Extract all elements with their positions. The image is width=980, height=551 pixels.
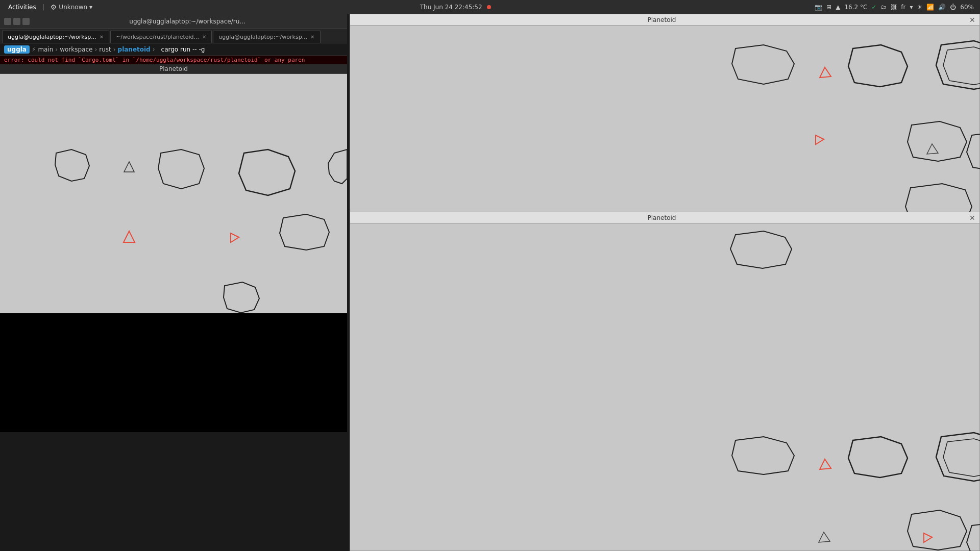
ast2-5 (908, 510, 967, 550)
tab-1-close[interactable]: ✕ (100, 34, 104, 40)
asteroid-t6 (224, 282, 259, 313)
ast1-1 (732, 45, 794, 84)
terminal-game-area (0, 74, 347, 313)
ship2-3 (924, 533, 932, 542)
datetime-label: Thu Jun 24 22:45:52 (420, 4, 482, 11)
ship2-2 (819, 532, 830, 542)
terminal-tab-3[interactable]: uggla@ugglalaptop:~/worksp... ✕ (213, 31, 320, 43)
breadcrumb-user: uggla (4, 45, 30, 54)
planetoid-title-2: Planetoid (354, 214, 969, 221)
tab-3-close[interactable]: ✕ (310, 34, 314, 40)
tab-1-label: uggla@ugglalaptop:~/worksp... (8, 34, 96, 40)
asteroid-t3 (239, 149, 295, 195)
terminal-breadcrumb: uggla ⚡ main › workspace › rust › planet… (0, 43, 347, 56)
terminal-game-svg (0, 74, 347, 313)
terminal-tabs: uggla@ugglalaptop:~/worksp... ✕ ~/worksp… (0, 29, 347, 43)
system-bar-right: 📷 ⊞ ▲ 16.2 °C ✓ 🗂 🖼 fr ▾ ☀ 📶 🔊 ⏻ 60% (815, 4, 980, 11)
ast2-6 (967, 522, 980, 551)
terminal-bottom-area (0, 313, 347, 432)
monitor-icon[interactable]: ⊞ (826, 4, 831, 11)
breadcrumb-arrow1: › (55, 46, 58, 53)
asteroid-t4 (328, 149, 347, 184)
screenshot-icon[interactable]: 📷 (815, 4, 822, 11)
terminal-tab-2[interactable]: ~/workspace/rust/planetoid... ✕ (110, 31, 212, 43)
unknown-menu[interactable]: ⚙ Unknown ▾ (46, 3, 96, 11)
ship-terminal-1 (124, 162, 134, 172)
ship2-1 (820, 459, 831, 469)
ast1-3-inner (943, 47, 980, 85)
chevron-down-icon: ▾ (89, 4, 92, 11)
terminal-error: error: could not find `Cargo.toml` in `/… (0, 56, 347, 64)
system-bar-center: Thu Jun 24 22:45:52 (96, 4, 815, 11)
audio-icon[interactable]: 🔊 (938, 4, 946, 11)
terminal-title: uggla@ugglalaptop:~/workspace/ru... (32, 18, 343, 25)
breadcrumb-workspace: workspace (60, 46, 92, 53)
ast1-2 (848, 45, 908, 87)
breadcrumb-command: cargo run -- -g (161, 46, 205, 53)
planetoid-svg-1 (350, 26, 980, 216)
network-icon: ▲ (836, 4, 840, 11)
wifi-icon[interactable]: 📶 (926, 4, 934, 11)
terminal-minimize-button[interactable] (4, 18, 11, 25)
planetoid-titlebar-2: Planetoid ✕ (350, 212, 979, 223)
breadcrumb-arrow4: › (153, 46, 155, 53)
battery-label: 60% (960, 4, 974, 11)
unknown-label: Unknown (59, 4, 87, 11)
asteroid-t2 (158, 149, 204, 189)
terminal-game-label: Planetoid (0, 64, 347, 74)
files-icon[interactable]: 🗂 (880, 4, 887, 11)
tab-2-close[interactable]: ✕ (202, 34, 206, 40)
terminal-close-button[interactable] (22, 18, 30, 25)
ast1-6 (967, 132, 980, 171)
breadcrumb-planetoid: planetoid (118, 46, 151, 53)
breadcrumb-rust: rust (99, 46, 111, 53)
temp-label: 16.2 °C (844, 4, 867, 11)
planetoid-window-2: Planetoid ✕ (350, 212, 980, 551)
chevron-down-icon2: ▾ (910, 4, 913, 11)
power-icon[interactable]: ⏻ (950, 4, 956, 11)
planetoid-svg-2 (350, 223, 980, 551)
system-bar: Activities | ⚙ Unknown ▾ Thu Jun 24 22:4… (0, 0, 980, 14)
status-dot (487, 5, 491, 9)
system-bar-left: Activities | ⚙ Unknown ▾ (0, 3, 96, 11)
terminal-window: uggla@ugglalaptop:~/workspace/ru... uggl… (0, 14, 347, 432)
image-icon[interactable]: 🖼 (891, 4, 897, 11)
breadcrumb-arrow3: › (113, 46, 116, 53)
planetoid-title-1: Planetoid (354, 16, 969, 23)
planetoid-titlebar-1: Planetoid ✕ (350, 14, 979, 26)
planetoid-window-1: Planetoid ✕ (350, 14, 980, 215)
terminal-maximize-button[interactable] (13, 18, 20, 25)
lang-label[interactable]: fr (901, 4, 905, 11)
ast1-8 (905, 184, 972, 216)
breadcrumb-main: main (38, 46, 53, 53)
ast2-2 (848, 437, 908, 478)
ast2-3-inner (943, 439, 980, 477)
unknown-icon: ⚙ (51, 3, 57, 11)
ast1-5 (908, 121, 967, 161)
planetoid-canvas-1 (350, 26, 980, 216)
asteroid-t5 (280, 214, 329, 250)
brightness-icon[interactable]: ☀ (917, 4, 923, 11)
ship-terminal-3 (124, 231, 135, 242)
ast2-t1 (730, 231, 792, 268)
asteroid-t1 (55, 149, 89, 181)
breadcrumb-sep1: ⚡ (32, 46, 36, 53)
tab-2-label: ~/workspace/rust/planetoid... (116, 34, 199, 40)
activities-button[interactable]: Activities (4, 4, 40, 11)
tab-3-label: uggla@ugglalaptop:~/worksp... (218, 34, 307, 40)
ast2-1 (732, 437, 794, 474)
check-icon: ✓ (871, 4, 876, 11)
planetoid-canvas-2 (350, 223, 980, 551)
planetoid-close-1[interactable]: ✕ (969, 16, 975, 24)
terminal-titlebar: uggla@ugglalaptop:~/workspace/ru... (0, 14, 347, 29)
breadcrumb-arrow2: › (94, 46, 97, 53)
terminal-tab-1[interactable]: uggla@ugglalaptop:~/worksp... ✕ (2, 31, 109, 43)
ship-terminal-2 (231, 233, 239, 242)
ship1-1 (820, 67, 831, 78)
ship1-2 (816, 135, 824, 144)
ship1-3 (927, 144, 938, 154)
planetoid-close-2[interactable]: ✕ (969, 214, 975, 222)
